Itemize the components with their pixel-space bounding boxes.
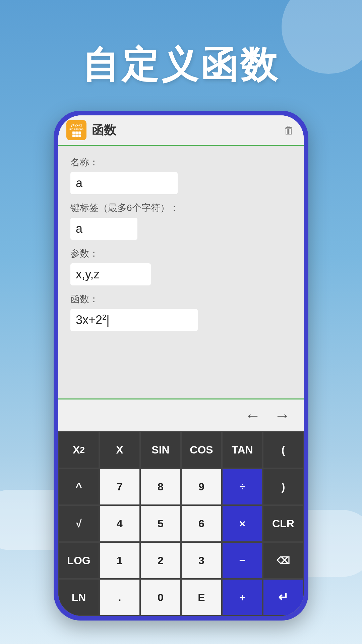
func-input[interactable]: 3x+22| <box>70 309 198 331</box>
key-label: 键标签（最多6个字符）： <box>70 202 292 214</box>
keyboard-row-3: √ 4 5 6 × CLR <box>58 505 304 542</box>
key-2[interactable]: 2 <box>140 542 181 579</box>
key-7[interactable]: 7 <box>99 468 140 505</box>
key-input[interactable]: a <box>70 218 137 240</box>
func-superscript: 2 <box>102 313 106 321</box>
func-label: 函数： <box>70 293 292 306</box>
key-plus[interactable]: + <box>222 579 263 616</box>
phone-screen: y=2x+1 sin cos tan 函数 🗑 名称： a 键标签（最多6个字符… <box>58 115 304 616</box>
func-value-text: 3x+22| <box>76 313 110 327</box>
nav-right-arrow[interactable]: → <box>274 406 290 425</box>
app-icon: y=2x+1 sin cos tan <box>66 120 86 140</box>
form-area: 名称： a 键标签（最多6个字符）： a 参数： x,y,z 函数： 3x+22… <box>58 146 304 398</box>
keyboard: X2 X SIN COS TAN ( ^ 7 8 9 ÷ ) √ 4 5 6 <box>58 431 304 616</box>
keyboard-row-4: LOG 1 2 3 − ⌫ <box>58 542 304 579</box>
key-0[interactable]: 0 <box>140 579 181 616</box>
name-input[interactable]: a <box>70 172 178 194</box>
key-cos[interactable]: COS <box>181 431 222 468</box>
trash-button[interactable]: 🗑 <box>282 123 296 137</box>
formula-text: y=2x+1 <box>71 123 82 127</box>
key-backspace[interactable]: ⌫ <box>263 542 304 579</box>
key-sin[interactable]: SIN <box>140 431 181 468</box>
keyboard-row-5: LN . 0 E + ↵ <box>58 579 304 616</box>
name-label: 名称： <box>70 156 292 169</box>
key-ln[interactable]: LN <box>58 579 99 616</box>
key-4[interactable]: 4 <box>99 505 140 542</box>
phone-mockup: y=2x+1 sin cos tan 函数 🗑 名称： a 键标签（最多6个字符… <box>54 111 308 621</box>
key-log[interactable]: LOG <box>58 542 99 579</box>
key-1[interactable]: 1 <box>99 542 140 579</box>
key-e[interactable]: E <box>181 579 222 616</box>
page-title: 自定义函数 <box>0 40 362 90</box>
key-tan[interactable]: TAN <box>222 431 263 468</box>
key-caret[interactable]: ^ <box>58 468 99 505</box>
sin-cos-tan-text: sin cos tan <box>69 127 83 130</box>
nav-left-arrow[interactable]: ← <box>245 406 261 425</box>
key-5[interactable]: 5 <box>140 505 181 542</box>
key-multiply[interactable]: × <box>222 505 263 542</box>
header-title: 函数 <box>92 122 282 139</box>
key-close-paren[interactable]: ) <box>263 468 304 505</box>
cursor: | <box>106 313 109 327</box>
nav-area: ← → <box>58 398 304 431</box>
key-open-paren[interactable]: ( <box>263 431 304 468</box>
key-9[interactable]: 9 <box>181 468 222 505</box>
keyboard-row-2: ^ 7 8 9 ÷ ) <box>58 468 304 505</box>
key-dot[interactable]: . <box>99 579 140 616</box>
key-enter[interactable]: ↵ <box>263 579 304 616</box>
key-x[interactable]: X <box>99 431 140 468</box>
keyboard-row-1: X2 X SIN COS TAN ( <box>58 431 304 468</box>
key-divide[interactable]: ÷ <box>222 468 263 505</box>
key-6[interactable]: 6 <box>181 505 222 542</box>
param-label: 参数： <box>70 247 292 260</box>
app-header: y=2x+1 sin cos tan 函数 🗑 <box>58 115 304 146</box>
icon-grid <box>72 131 81 137</box>
key-8[interactable]: 8 <box>140 468 181 505</box>
key-clr[interactable]: CLR <box>263 505 304 542</box>
key-minus[interactable]: − <box>222 542 263 579</box>
key-sqrt[interactable]: √ <box>58 505 99 542</box>
key-x-squared[interactable]: X2 <box>58 431 99 468</box>
param-input[interactable]: x,y,z <box>70 263 151 285</box>
key-3[interactable]: 3 <box>181 542 222 579</box>
